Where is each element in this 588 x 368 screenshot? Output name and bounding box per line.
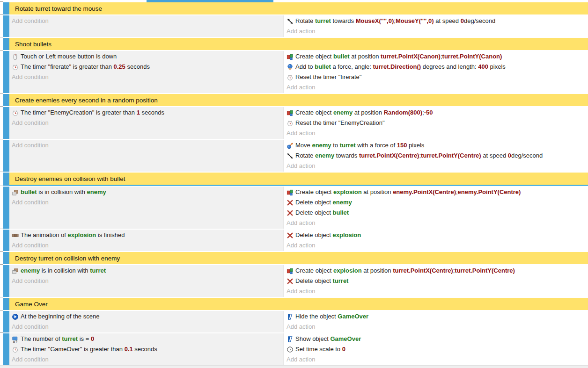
comment-header[interactable]: Destroy enemies on collision with bullet bbox=[9, 173, 588, 186]
action-line[interactable]: Rotate enemy towards turret.PointX(Centr… bbox=[287, 151, 586, 161]
event-drag-handle[interactable] bbox=[3, 2, 9, 14]
visibility-icon bbox=[287, 313, 294, 320]
event-body: enemy is in collision with turretAdd con… bbox=[9, 265, 588, 297]
event-drag-handle[interactable] bbox=[3, 298, 9, 310]
event-drag-handle[interactable] bbox=[3, 187, 9, 229]
action-line[interactable]: Delete object explosion bbox=[287, 230, 586, 240]
action-line[interactable]: Create object bullet at position turret.… bbox=[287, 51, 586, 62]
event-drag-handle[interactable] bbox=[3, 173, 9, 186]
add-condition-link[interactable]: Add condition bbox=[12, 276, 281, 286]
add-action-link[interactable]: Add action bbox=[287, 354, 586, 365]
add-condition-link[interactable]: Add condition bbox=[12, 354, 281, 365]
condition-line[interactable]: x?The number of turret is = 0 bbox=[12, 334, 281, 344]
action-line-text: Hide the object GameOver bbox=[295, 311, 368, 322]
action-line-text: Delete object turret bbox=[295, 276, 348, 286]
event-gutter bbox=[0, 187, 9, 229]
event-drag-handle[interactable] bbox=[3, 265, 9, 297]
collision-icon bbox=[12, 267, 19, 274]
timer-icon bbox=[12, 109, 19, 116]
event-gutter bbox=[0, 51, 9, 93]
action-line[interactable]: Add to bullet a force, angle: turret.Dir… bbox=[287, 62, 586, 72]
action-line-text: Reset the timer "EnemyCreation" bbox=[295, 118, 385, 128]
conditions-cell: The timer "EnemyCreation" is greater tha… bbox=[9, 107, 284, 139]
add-action-link[interactable]: Add action bbox=[287, 286, 586, 296]
condition-line[interactable]: bullet is in collision with enemy bbox=[12, 187, 281, 197]
condition-line-text: The animation of explosion is finished bbox=[21, 230, 125, 240]
event-drag-handle[interactable] bbox=[3, 140, 9, 172]
tree-tick bbox=[0, 251, 3, 252]
event-gutter bbox=[0, 298, 9, 310]
event-gutter bbox=[0, 2, 9, 14]
action-line[interactable]: Create object explosion at position enem… bbox=[287, 187, 586, 197]
add-condition-link[interactable]: Add condition bbox=[12, 322, 281, 332]
condition-line[interactable]: enemy is in collision with turret bbox=[12, 266, 281, 276]
action-line[interactable]: Hide the object GameOver bbox=[287, 311, 586, 322]
add-action-link[interactable]: Add action bbox=[287, 26, 586, 36]
condition-line[interactable]: The timer "GameOver" is greater than 0.1… bbox=[12, 344, 281, 354]
action-line[interactable]: Show object GameOver bbox=[287, 334, 586, 344]
condition-line[interactable]: At the beginning of the scene bbox=[12, 311, 281, 322]
event-body: Touch or Left mouse button is downThe ti… bbox=[9, 51, 588, 93]
comment-row: Destroy turret on collision with enemy bbox=[0, 252, 588, 264]
object-count-icon: x? bbox=[12, 336, 19, 343]
action-line-text: Create object explosion at position enem… bbox=[295, 187, 521, 197]
event-row: x?The number of turret is = 0The timer "… bbox=[0, 333, 588, 365]
action-line[interactable]: Create object explosion at position turr… bbox=[287, 266, 586, 276]
event-drag-handle[interactable] bbox=[3, 38, 9, 50]
add-condition-link[interactable]: Add condition bbox=[12, 72, 281, 82]
event-drag-handle[interactable] bbox=[3, 311, 9, 332]
add-action-link[interactable]: Add action bbox=[287, 82, 586, 93]
action-line[interactable]: Delete object turret bbox=[287, 276, 586, 286]
condition-line[interactable]: The timer "firerate" is greater than 0.2… bbox=[12, 62, 281, 72]
action-line-text: Delete object bullet bbox=[295, 208, 349, 218]
comment-header[interactable]: Create enemies every second in a random … bbox=[9, 94, 588, 106]
event-drag-handle[interactable] bbox=[3, 51, 9, 93]
tree-tick bbox=[0, 332, 3, 333]
action-line[interactable]: Delete object bullet bbox=[287, 208, 586, 218]
comment-header[interactable]: Game Over bbox=[9, 298, 588, 310]
event-body: Add conditionRotate turret towards Mouse… bbox=[9, 15, 588, 37]
action-line-text: Add to bullet a force, angle: turret.Dir… bbox=[295, 62, 506, 72]
condition-line[interactable]: The timer "EnemyCreation" is greater tha… bbox=[12, 108, 281, 118]
rotate-icon bbox=[287, 18, 294, 25]
action-line[interactable]: Move enemy to turret with a force of 150… bbox=[287, 140, 586, 151]
condition-line-text: Touch or Left mouse button is down bbox=[21, 51, 117, 62]
add-action-link[interactable]: Add action bbox=[287, 322, 586, 332]
event-drag-handle[interactable] bbox=[3, 230, 9, 251]
condition-line-text: At the beginning of the scene bbox=[21, 311, 99, 322]
action-line-text: Delete object explosion bbox=[295, 230, 361, 240]
action-line[interactable]: Rotate turret towards MouseX("",0);Mouse… bbox=[287, 16, 586, 26]
comment-header[interactable]: Destroy turret on collision with enemy bbox=[9, 252, 588, 264]
event-drag-handle[interactable] bbox=[3, 94, 9, 106]
add-condition-link[interactable]: Add condition bbox=[12, 197, 281, 208]
conditions-cell: enemy is in collision with turretAdd con… bbox=[9, 265, 284, 297]
action-line[interactable]: Delete object enemy bbox=[287, 197, 586, 208]
event-row: enemy is in collision with turretAdd con… bbox=[0, 265, 588, 297]
event-drag-handle[interactable] bbox=[3, 107, 9, 139]
tree-tick bbox=[0, 139, 3, 139]
add-action-link[interactable]: Add action bbox=[287, 128, 586, 138]
event-gutter bbox=[0, 173, 9, 186]
condition-line[interactable]: The animation of explosion is finished bbox=[12, 230, 281, 240]
add-action-link[interactable]: Add action bbox=[287, 240, 586, 251]
event-drag-handle[interactable] bbox=[3, 333, 9, 365]
add-condition-link[interactable]: Add condition bbox=[12, 118, 281, 128]
action-line[interactable]: Create object enemy at position Random(8… bbox=[287, 108, 586, 118]
event-drag-handle[interactable] bbox=[3, 252, 9, 264]
event-drag-handle[interactable] bbox=[3, 15, 9, 37]
add-force-icon bbox=[287, 64, 294, 71]
condition-line[interactable]: Touch or Left mouse button is down bbox=[12, 51, 281, 62]
add-condition-link[interactable]: Add condition bbox=[12, 240, 281, 251]
add-action-link[interactable]: Add action bbox=[287, 161, 586, 171]
tree-tick bbox=[0, 297, 3, 297]
add-condition-link[interactable]: Add condition bbox=[12, 16, 281, 26]
event-gutter bbox=[0, 94, 9, 106]
comment-header[interactable]: Shoot bullets bbox=[9, 38, 588, 50]
action-line[interactable]: Set time scale to 0 bbox=[287, 344, 586, 354]
add-condition-link[interactable]: Add condition bbox=[12, 140, 281, 151]
bottom-scrollbar-track[interactable] bbox=[0, 365, 588, 368]
comment-header[interactable]: Rotate turret toward the mouse bbox=[9, 2, 588, 14]
action-line[interactable]: Reset the timer "EnemyCreation" bbox=[287, 118, 586, 128]
action-line[interactable]: Reset the timer "firerate" bbox=[287, 72, 586, 82]
add-action-link[interactable]: Add action bbox=[287, 218, 586, 228]
